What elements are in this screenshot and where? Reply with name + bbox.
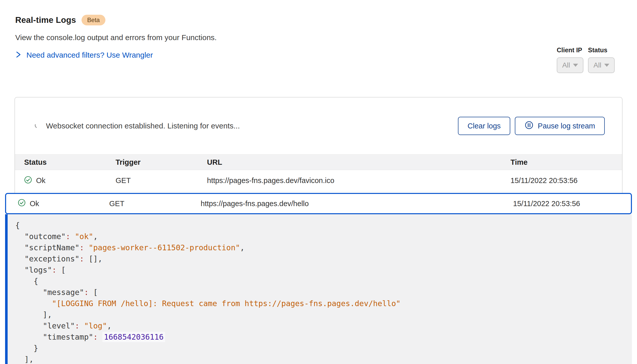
column-header-time: Time bbox=[511, 158, 622, 167]
row-trigger: GET bbox=[109, 200, 201, 208]
table-row[interactable]: Ok GET https://pages-fns.pages.dev/favic… bbox=[15, 170, 622, 191]
logs-card: Websocket connection established. Listen… bbox=[14, 97, 623, 364]
clear-logs-label: Clear logs bbox=[468, 122, 501, 130]
spinner-icon bbox=[34, 122, 41, 130]
beta-badge: Beta bbox=[82, 15, 105, 25]
connection-message: Websocket connection established. Listen… bbox=[46, 122, 240, 130]
caret-down-icon bbox=[604, 64, 609, 67]
client-ip-filter-value: All bbox=[562, 61, 570, 69]
page-header: Real-time Logs Beta View the console.log… bbox=[0, 0, 637, 61]
status-filter-dropdown[interactable]: All bbox=[588, 57, 615, 73]
status-filter-value: All bbox=[593, 61, 601, 69]
column-header-trigger: Trigger bbox=[116, 158, 207, 167]
wrangler-filters-link[interactable]: Need advanced filters? Use Wrangler bbox=[15, 49, 153, 61]
wrangler-link-label: Need advanced filters? Use Wrangler bbox=[26, 51, 153, 59]
pause-log-stream-button[interactable]: Pause log stream bbox=[515, 117, 605, 135]
check-circle-icon bbox=[18, 199, 26, 208]
log-filters: Client IP All Status All bbox=[557, 46, 615, 73]
row-time: 15/11/2022 20:53:56 bbox=[513, 200, 631, 208]
client-ip-filter-label: Client IP bbox=[557, 46, 583, 54]
table-header: Status Trigger URL Time bbox=[15, 154, 622, 170]
column-header-url: URL bbox=[207, 158, 511, 167]
page-title: Real-time Logs bbox=[15, 15, 76, 25]
status-filter-label: Status bbox=[588, 46, 615, 54]
chevron-right-icon bbox=[15, 50, 21, 60]
logs-toolbar: Websocket connection established. Listen… bbox=[15, 97, 622, 154]
client-ip-filter-dropdown[interactable]: All bbox=[557, 57, 583, 73]
connection-status: Websocket connection established. Listen… bbox=[34, 122, 458, 130]
table-row-selected[interactable]: Ok GET https://pages-fns.pages.dev/hello… bbox=[5, 193, 632, 214]
log-detail-panel: { "outcome": "ok", "scriptName": "pages-… bbox=[5, 214, 632, 364]
clear-logs-button[interactable]: Clear logs bbox=[458, 117, 511, 135]
row-status: Ok bbox=[36, 176, 45, 185]
expanded-log-entry: Ok GET https://pages-fns.pages.dev/hello… bbox=[5, 193, 632, 364]
json-code: { "outcome": "ok", "scriptName": "pages-… bbox=[8, 214, 632, 364]
column-header-status: Status bbox=[24, 158, 116, 167]
row-url: https://pages-fns.pages.dev/favicon.ico bbox=[207, 176, 511, 185]
row-url: https://pages-fns.pages.dev/hello bbox=[201, 200, 513, 208]
row-status: Ok bbox=[30, 200, 39, 208]
pause-icon bbox=[524, 121, 534, 131]
row-trigger: GET bbox=[116, 176, 207, 185]
pause-log-stream-label: Pause log stream bbox=[538, 122, 595, 130]
check-circle-icon bbox=[24, 176, 32, 186]
caret-down-icon bbox=[573, 64, 578, 67]
page-description: View the console.log output and errors f… bbox=[15, 33, 637, 43]
row-time: 15/11/2022 20:53:56 bbox=[511, 176, 622, 185]
